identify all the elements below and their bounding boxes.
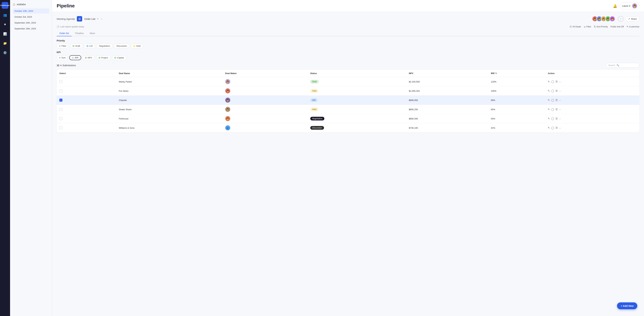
customise-action[interactable]: ✎ Customise bbox=[626, 25, 639, 28]
meeting-header: Meeting Agenda ⊞ Order List ▾ ☆ 👩 👩 👩 👩 … bbox=[57, 16, 639, 22]
add-new-button[interactable]: + Add New bbox=[617, 302, 637, 309]
circle-icon[interactable]: ◯ bbox=[551, 126, 554, 129]
sidebar-icon-settings[interactable]: ⚙️ bbox=[2, 50, 8, 56]
sort-priority-action[interactable]: ⇅ Sort:Priority bbox=[594, 25, 608, 28]
priority-label: Priority bbox=[57, 39, 639, 42]
notification-icon[interactable]: 🔔 bbox=[613, 4, 617, 8]
kpi-project-pill[interactable]: Project bbox=[96, 55, 110, 60]
sidebar-icon-pipeline[interactable]: ▼ bbox=[2, 22, 8, 28]
npv-cell: $999,950 bbox=[406, 96, 488, 105]
priority-loi-pill[interactable]: LOI bbox=[84, 44, 95, 48]
status-badge: Negotiation bbox=[310, 117, 324, 120]
circle-icon[interactable]: ◯ bbox=[551, 99, 554, 102]
agenda-item-3[interactable]: September 24th, 2024 bbox=[13, 20, 49, 25]
edit-icon[interactable]: ✎ bbox=[548, 99, 550, 102]
status-cell: Negotiation bbox=[308, 114, 406, 123]
more-icon[interactable]: ··· bbox=[559, 80, 561, 83]
row-checkbox[interactable] bbox=[59, 80, 62, 83]
kpi-capital-pill[interactable]: Capital bbox=[112, 55, 126, 60]
sidebar: Deal Manager 👥 ▼ 📊 📁 ⚙️ bbox=[0, 0, 10, 316]
priority-filters: ≡ Filter Draft LOI Negotiation Discussio… bbox=[57, 44, 639, 48]
search-icon: 🔍 bbox=[616, 64, 619, 67]
kpi-sort-btn[interactable]: ≡ Sort bbox=[57, 55, 68, 60]
agenda-item-4[interactable]: September 16th, 2024 bbox=[13, 26, 49, 31]
search-box[interactable]: Search 🔍 bbox=[606, 63, 639, 68]
edit-icon[interactable]: ✎ bbox=[548, 117, 550, 120]
filter-icon: ⚌ bbox=[584, 25, 586, 28]
edit-icon[interactable]: ✎ bbox=[548, 80, 550, 83]
search-placeholder: Search bbox=[608, 64, 615, 67]
priority-draft-pill[interactable]: Draft bbox=[70, 44, 82, 48]
table-header-row: Select Deal Name Deal Maker Status NPV I… bbox=[57, 70, 639, 77]
add-team-member-button[interactable]: + bbox=[618, 16, 624, 22]
deal-maker-cell: 🧑 bbox=[222, 114, 308, 123]
view-dropdown-arrow[interactable]: ▾ bbox=[97, 18, 98, 20]
irr-cell: 42% bbox=[488, 123, 545, 132]
more-icon[interactable]: ··· bbox=[559, 90, 561, 92]
edit-icon[interactable]: ✎ bbox=[548, 89, 550, 92]
priority-hold-pill[interactable]: Hold bbox=[131, 44, 143, 48]
status-cell: LOI bbox=[308, 96, 406, 105]
edit-icon[interactable]: ✎ bbox=[548, 108, 550, 111]
deal-maker-cell: 👩 bbox=[222, 86, 308, 96]
circle-icon[interactable]: ◯ bbox=[551, 108, 554, 111]
circle-icon[interactable]: ◯ bbox=[551, 89, 554, 92]
row-checkbox[interactable] bbox=[59, 108, 62, 111]
more-icon[interactable]: ··· bbox=[559, 126, 561, 129]
kpi-npv-pill[interactable]: NPV bbox=[82, 55, 95, 60]
action-cell: ✎ ◯ ☰ ··· bbox=[545, 123, 639, 132]
left-panel: 📋 AGENDA October 10th, 2024 October 3rd,… bbox=[10, 0, 52, 316]
row-checkbox[interactable] bbox=[59, 117, 62, 120]
agenda-item-2[interactable]: October 3rd, 2024 bbox=[13, 14, 49, 20]
deal-name-cell: Warby Parker bbox=[116, 77, 222, 86]
list-icon[interactable]: ☰ bbox=[556, 89, 558, 92]
circle-icon[interactable]: ◯ bbox=[551, 80, 554, 83]
tab-order-list[interactable]: Order list bbox=[57, 31, 72, 36]
sidebar-icon-analytics[interactable]: 📊 bbox=[2, 31, 8, 37]
sidebar-icon-users[interactable]: 👥 bbox=[2, 12, 8, 18]
dropdown-count-icon[interactable]: ▾ bbox=[60, 64, 62, 67]
tab-timeline[interactable]: Timeline bbox=[72, 31, 86, 36]
more-icon[interactable]: ··· bbox=[559, 99, 561, 102]
filter-action[interactable]: ⚌ Filter bbox=[584, 25, 591, 28]
sidebar-icon-files[interactable]: 📁 bbox=[2, 40, 8, 46]
public-link-action[interactable]: Public link:Off bbox=[610, 25, 624, 28]
list-icon[interactable]: ☰ bbox=[556, 117, 558, 120]
agenda-item-1[interactable]: October 10th, 2024 bbox=[13, 9, 49, 14]
table-row: Firehouse🧑Negotiation$890,50050% ✎ ◯ ☰ ·… bbox=[57, 114, 639, 123]
list-icon[interactable]: ☰ bbox=[556, 126, 558, 129]
list-icon[interactable]: ☰ bbox=[556, 80, 558, 83]
submissions-count: 12 ▾ Submissions bbox=[57, 64, 76, 67]
share-button[interactable]: ↗ Share bbox=[626, 17, 639, 21]
view-badge: ⊞ bbox=[77, 16, 82, 22]
circle-icon[interactable]: ◯ bbox=[551, 117, 554, 120]
deal-maker-avatar: 👩 bbox=[225, 79, 230, 84]
topbar-right: 🔔 Laura V. 👩 bbox=[613, 2, 639, 10]
favorite-icon[interactable]: ☆ bbox=[100, 17, 103, 21]
more-icon[interactable]: ··· bbox=[559, 108, 561, 111]
row-checkbox[interactable]: ✓ bbox=[59, 99, 62, 102]
priority-discussion-pill[interactable]: Discussion bbox=[114, 44, 130, 48]
share-icon: ↗ bbox=[628, 18, 630, 20]
user-avatar: 👩 bbox=[632, 3, 637, 9]
draft-dot bbox=[72, 45, 74, 47]
tab-more[interactable]: More bbox=[87, 31, 98, 36]
irr-sort-icon[interactable]: ⇅ bbox=[495, 72, 497, 74]
row-checkbox[interactable] bbox=[59, 126, 62, 129]
edit-icon[interactable]: ✎ bbox=[548, 126, 550, 129]
report-bar: 🕐 Last report update today ☑ All Deals ⚌… bbox=[57, 25, 639, 29]
list-icon[interactable]: ☰ bbox=[556, 108, 558, 111]
action-cell: ✎ ◯ ☰ ··· bbox=[545, 77, 639, 86]
loi-dot bbox=[86, 45, 88, 47]
row-checkbox[interactable] bbox=[59, 89, 62, 92]
user-badge[interactable]: Laura V. 👩 bbox=[620, 2, 639, 10]
kpi-irr-pill[interactable]: IRR bbox=[69, 55, 81, 60]
priority-filter-btn[interactable]: ≡ Filter bbox=[57, 44, 69, 48]
deal-name-cell: Williams & Sons bbox=[116, 123, 222, 132]
priority-negotiation-pill[interactable]: Negotiation bbox=[96, 44, 113, 48]
all-deals-action[interactable]: ☑ All Deals bbox=[570, 25, 581, 28]
col-irr: IRR ⇅ bbox=[488, 70, 545, 77]
list-icon[interactable]: ☰ bbox=[556, 99, 558, 102]
user-name: Laura V. bbox=[622, 5, 631, 7]
more-icon[interactable]: ··· bbox=[559, 117, 561, 120]
